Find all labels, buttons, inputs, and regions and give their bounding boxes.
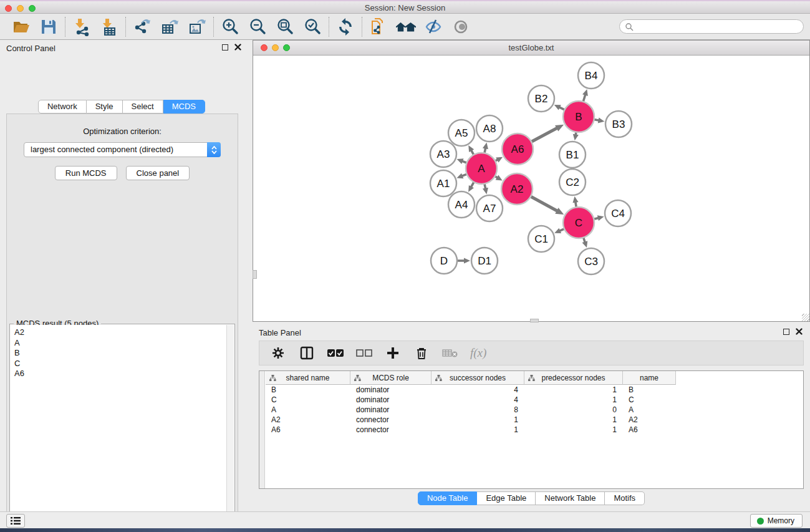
- table-cell[interactable]: C: [266, 395, 350, 405]
- table-cell[interactable]: connector: [350, 425, 432, 435]
- table-cell[interactable]: 1: [524, 395, 623, 405]
- import-table-icon[interactable]: [99, 17, 119, 37]
- graph-node-B1[interactable]: B1: [559, 142, 586, 168]
- zoom-in-icon[interactable]: [220, 17, 240, 37]
- table-row[interactable]: A6connector11A6: [266, 425, 803, 435]
- network-canvas[interactable]: A5A8A3A1A4A7B2B4B3B1C2C4C1C3DD1AA6A2BC: [253, 56, 809, 321]
- result-item[interactable]: A6: [14, 369, 226, 379]
- graph-node-A3[interactable]: A3: [430, 141, 456, 167]
- graph-node-B[interactable]: B: [563, 101, 594, 132]
- table-cell[interactable]: dominator: [350, 405, 432, 415]
- graph-node-D[interactable]: D: [431, 248, 457, 274]
- memory-button[interactable]: Memory: [750, 514, 803, 528]
- table-settings-gear-icon[interactable]: [269, 344, 287, 362]
- table-row[interactable]: Adominator80A: [266, 405, 803, 415]
- table-cell[interactable]: 1: [524, 385, 623, 395]
- task-history-button[interactable]: [6, 514, 25, 528]
- criterion-dropdown[interactable]: largest connected component (directed): [24, 142, 221, 157]
- table-cell[interactable]: 4: [432, 395, 524, 405]
- table-row[interactable]: Cdominator41C: [266, 395, 803, 405]
- panel-grip[interactable]: [530, 319, 539, 322]
- panel-grip[interactable]: [253, 270, 257, 279]
- graph-node-A8[interactable]: A8: [476, 115, 503, 142]
- graph-node-A4[interactable]: A4: [448, 191, 475, 218]
- table-cell[interactable]: A2: [266, 415, 350, 425]
- graph-node-A1[interactable]: A1: [430, 170, 456, 196]
- home-icon[interactable]: [396, 17, 416, 37]
- birds-eye-view-icon[interactable]: [451, 17, 471, 37]
- tab-network-table[interactable]: Network Table: [536, 491, 605, 505]
- zoom-fit-icon[interactable]: [275, 17, 295, 37]
- zoom-out-icon[interactable]: [248, 17, 268, 37]
- refresh-layout-icon[interactable]: [335, 17, 355, 37]
- open-file-icon[interactable]: [11, 17, 31, 37]
- search-field[interactable]: [619, 19, 804, 34]
- close-panel-icon[interactable]: [796, 328, 803, 335]
- toggle-graphics-details-icon[interactable]: [423, 17, 443, 37]
- export-image-icon[interactable]: [187, 17, 207, 37]
- table-cell[interactable]: 1: [432, 425, 524, 435]
- graph-edge-A6-B[interactable]: [529, 128, 557, 143]
- table-cell[interactable]: 4: [432, 385, 524, 395]
- graph-node-C2[interactable]: C2: [559, 169, 586, 195]
- tab-network[interactable]: Network: [38, 100, 87, 114]
- graph-node-D1[interactable]: D1: [471, 248, 498, 274]
- graph-node-C3[interactable]: C3: [578, 248, 604, 274]
- table-cell[interactable]: 0: [524, 405, 623, 415]
- run-mcds-button[interactable]: Run MCDS: [55, 166, 117, 180]
- result-item[interactable]: A: [14, 338, 226, 349]
- graph-edge-A2-C[interactable]: [529, 196, 557, 211]
- import-network-icon[interactable]: [72, 17, 92, 37]
- column-header-name[interactable]: name: [623, 371, 676, 385]
- table-cell[interactable]: A6: [623, 425, 676, 435]
- table-row[interactable]: A2connector11A2: [266, 415, 803, 425]
- deselect-all-icon[interactable]: [355, 344, 373, 362]
- graph-node-B2[interactable]: B2: [528, 85, 554, 112]
- graph-node-A[interactable]: A: [466, 153, 497, 184]
- graph-node-B3[interactable]: B3: [605, 111, 632, 137]
- column-header-MCDS-role[interactable]: MCDS role: [350, 371, 432, 385]
- tab-select[interactable]: Select: [123, 100, 163, 114]
- result-scrollbar[interactable]: [226, 325, 234, 532]
- table-cell[interactable]: 1: [524, 425, 623, 435]
- float-panel-icon[interactable]: [222, 44, 228, 51]
- table-cell[interactable]: B: [623, 385, 676, 395]
- column-header-successor-nodes[interactable]: successor nodes: [432, 371, 524, 385]
- graph-node-C[interactable]: C: [563, 207, 594, 238]
- network-window-titlebar[interactable]: testGlobe.txt: [253, 41, 809, 56]
- export-table-icon[interactable]: [160, 17, 180, 37]
- close-panel-icon[interactable]: [234, 44, 241, 51]
- delete-column-icon[interactable]: [413, 344, 430, 362]
- node-table[interactable]: shared nameMCDS rolesuccessor nodesprede…: [259, 370, 804, 489]
- table-row[interactable]: Bdominator41B: [266, 385, 803, 395]
- result-item[interactable]: A2: [14, 327, 226, 338]
- save-session-icon[interactable]: [39, 17, 59, 37]
- tab-style[interactable]: Style: [87, 100, 123, 114]
- search-input[interactable]: [634, 21, 803, 32]
- table-cell[interactable]: A: [623, 405, 676, 415]
- column-header-shared-name[interactable]: shared name: [266, 371, 350, 385]
- show-column-icon[interactable]: [298, 344, 316, 362]
- table-cell[interactable]: A: [266, 405, 350, 415]
- close-panel-button[interactable]: Close panel: [126, 166, 190, 180]
- table-cell[interactable]: 8: [432, 405, 524, 415]
- tab-node-table[interactable]: Node Table: [418, 491, 478, 505]
- table-cell[interactable]: A2: [623, 415, 676, 425]
- graph-node-B4[interactable]: B4: [578, 62, 604, 89]
- graph-node-C1[interactable]: C1: [528, 226, 554, 252]
- tab-motifs[interactable]: Motifs: [605, 491, 645, 505]
- table-cell[interactable]: 1: [432, 415, 524, 425]
- table-cell[interactable]: dominator: [350, 385, 432, 395]
- result-item[interactable]: B: [14, 348, 226, 359]
- table-cell[interactable]: C: [623, 395, 676, 405]
- select-all-icon[interactable]: [327, 344, 344, 362]
- zoom-selected-icon[interactable]: [302, 17, 322, 37]
- float-panel-icon[interactable]: [783, 329, 789, 335]
- column-header-predecessor-nodes[interactable]: predecessor nodes: [524, 371, 623, 385]
- mcds-result-list[interactable]: A2ABCA6: [11, 325, 226, 532]
- table-cell[interactable]: B: [266, 385, 350, 395]
- tab-edge-table[interactable]: Edge Table: [477, 491, 536, 505]
- table-cell[interactable]: A6: [266, 425, 350, 435]
- resize-grip-icon[interactable]: [802, 314, 809, 321]
- graph-node-A5[interactable]: A5: [448, 120, 475, 146]
